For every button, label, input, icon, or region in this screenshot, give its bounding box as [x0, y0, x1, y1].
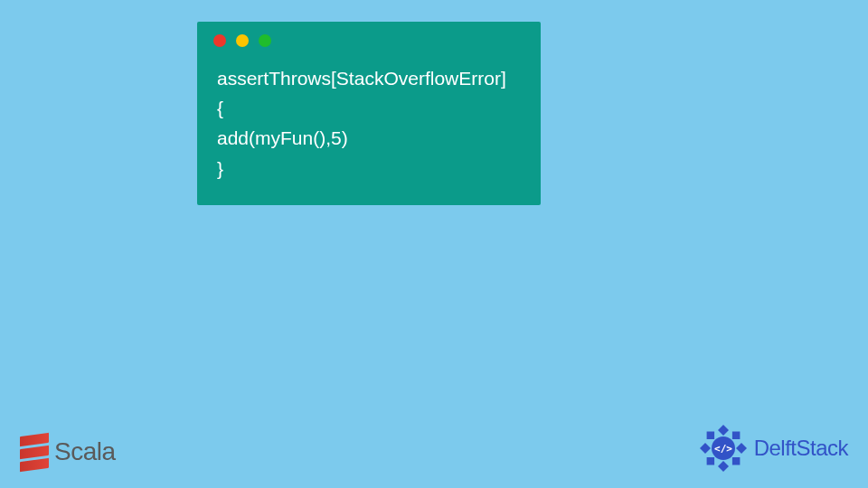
maximize-icon [259, 34, 271, 47]
scala-icon [20, 430, 49, 474]
minimize-icon [236, 34, 249, 47]
svg-marker-2 [700, 443, 711, 454]
scala-logo-text: Scala [54, 437, 116, 466]
code-line: } [217, 158, 223, 179]
window-titlebar [197, 22, 541, 56]
delftstack-icon: </> [698, 423, 749, 474]
code-body: assertThrows[StackOverflowError] { add(m… [197, 56, 541, 187]
scala-logo: Scala [20, 430, 116, 474]
code-line: assertThrows[StackOverflowError] [217, 68, 506, 89]
svg-marker-0 [718, 425, 729, 436]
svg-text:</>: </> [714, 443, 732, 455]
svg-marker-1 [718, 461, 729, 472]
code-line: { [217, 98, 223, 118]
delftstack-logo-text: DelftStack [754, 436, 848, 461]
code-window: assertThrows[StackOverflowError] { add(m… [197, 22, 541, 205]
svg-marker-3 [736, 443, 747, 454]
delftstack-logo: </> DelftStack [698, 423, 848, 474]
close-icon [213, 34, 226, 47]
code-line: add(myFun(),5) [217, 127, 348, 148]
